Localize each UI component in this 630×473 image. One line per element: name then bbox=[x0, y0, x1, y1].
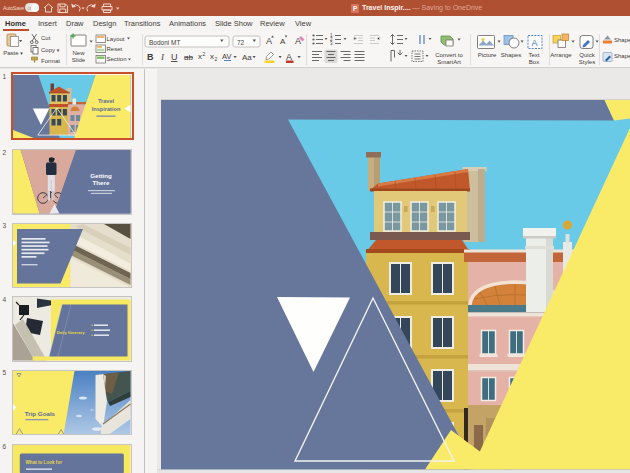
svg-text:Travel: Travel bbox=[98, 98, 115, 104]
svg-text:x: x bbox=[198, 52, 202, 61]
svg-text:There: There bbox=[93, 179, 110, 186]
svg-text:ab: ab bbox=[184, 53, 193, 62]
svg-text:What to Look for: What to Look for bbox=[26, 460, 63, 465]
svg-text:x: x bbox=[210, 52, 214, 61]
svg-text:U: U bbox=[171, 52, 178, 62]
svg-text:2: 2 bbox=[215, 56, 218, 62]
svg-text:Bodoni MT: Bodoni MT bbox=[149, 39, 180, 46]
svg-text:72: 72 bbox=[237, 39, 245, 46]
svg-text:2: 2 bbox=[203, 51, 206, 57]
svg-text:AV: AV bbox=[222, 52, 231, 61]
svg-text:B: B bbox=[147, 52, 154, 62]
svg-text:Daily Itinerary: Daily Itinerary bbox=[57, 330, 85, 335]
svg-text:Inspiration: Inspiration bbox=[92, 105, 121, 111]
svg-text:I: I bbox=[160, 52, 165, 62]
svg-text:A: A bbox=[532, 38, 538, 48]
svg-text:Trip Goals: Trip Goals bbox=[25, 409, 56, 416]
svg-text:Aa: Aa bbox=[242, 53, 252, 62]
svg-text:A: A bbox=[280, 37, 286, 46]
svg-text:A: A bbox=[286, 52, 292, 62]
svg-text:3: 3 bbox=[330, 41, 333, 46]
svg-text:Getting: Getting bbox=[90, 172, 112, 179]
